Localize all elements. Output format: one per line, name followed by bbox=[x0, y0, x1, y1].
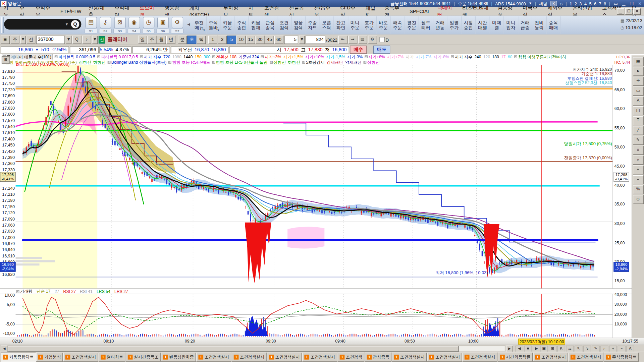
chart-type-button[interactable]: 초 bbox=[187, 36, 196, 44]
quick-menu-button[interactable]: 관심 종목 bbox=[263, 16, 277, 34]
mdi-minimize-button[interactable]: ▁ bbox=[617, 8, 624, 15]
quick-menu-button[interactable]: 주식 종합 bbox=[235, 16, 249, 34]
indicator-token[interactable]: ■ 5초봉강세 bbox=[302, 60, 325, 65]
chevron-down-icon[interactable]: ▼ bbox=[299, 36, 305, 44]
screen-tab[interactable]: 1 조건검색실시 bbox=[63, 353, 98, 362]
indicator-token[interactable]: 17 bbox=[501, 55, 506, 59]
chart-tool-icon[interactable]: ⊞ bbox=[549, 346, 556, 352]
playback-button[interactable]: ■ bbox=[524, 346, 532, 352]
quick-menu-button[interactable]: 거래 급증 bbox=[518, 16, 532, 34]
quick-menu-button[interactable]: 거래 변동 bbox=[433, 16, 447, 34]
right-tool-button[interactable]: T bbox=[633, 116, 643, 125]
period-button[interactable]: 주 bbox=[148, 36, 157, 44]
screen-tab[interactable]: 1 조건검색실시 bbox=[302, 353, 337, 362]
chart-tool-icon[interactable]: A bbox=[626, 346, 634, 352]
quick-menu-button[interactable]: 종목 매매 bbox=[546, 16, 560, 34]
screen-tab[interactable]: 1 주식종합차트 bbox=[604, 353, 639, 362]
quick-menu-button[interactable]: 펼친 주문 bbox=[405, 16, 419, 34]
chevron-down-icon[interactable]: ▼ bbox=[20, 36, 26, 44]
save-chart-icon[interactable]: ▤ bbox=[358, 36, 367, 44]
chevron-down-icon[interactable]: ▼ bbox=[92, 36, 98, 44]
indicator-token[interactable]: 1080 bbox=[172, 55, 181, 59]
indicator-token[interactable]: ■ 저가 지수 bbox=[140, 54, 161, 60]
bar-position-input[interactable]: 824 bbox=[306, 36, 325, 44]
legend-token[interactable]: RSI 41 bbox=[80, 289, 92, 294]
quick-menu-button[interactable]: 추천 메뉴 ▼ bbox=[192, 16, 206, 34]
interval-button[interactable]: 15 bbox=[246, 36, 255, 44]
indicator-token[interactable]: 시가+1,5% bbox=[283, 54, 303, 60]
screen-tab[interactable]: 1 실시간종목조 bbox=[126, 353, 161, 362]
indicator-token[interactable]: 120 bbox=[483, 55, 490, 59]
screen-tab[interactable]: 1 조건검색 bbox=[338, 353, 365, 362]
stock-search-pill[interactable]: ▼ Q bbox=[4, 19, 81, 29]
indicator-token[interactable]: ■ 파라볼릭 0.0009,0.5 bbox=[55, 54, 95, 60]
chevron-down-icon[interactable]: ▼ bbox=[65, 22, 68, 26]
indicator-token[interactable]: ■ 전환선 108 bbox=[212, 54, 236, 60]
search-icon[interactable]: Q bbox=[71, 20, 79, 28]
screen-tab[interactable]: 1 조건검색실시 bbox=[569, 353, 603, 362]
indicator-token[interactable]: ■ 시가+8% bbox=[365, 54, 385, 60]
indicator-token[interactable]: 약세패턴 bbox=[345, 60, 362, 65]
screen-tab[interactable]: 1 키움종합차트 bbox=[1, 353, 36, 362]
custom-interval-select[interactable]: 5 bbox=[284, 36, 298, 44]
screen-tab[interactable]: 1 조건검색실시 bbox=[463, 353, 497, 362]
menu-item[interactable]: ETF/ELW bbox=[57, 8, 85, 14]
screen-tab[interactable]: 1 조건검색실시 bbox=[392, 353, 427, 362]
screen-tab[interactable]: 1 조건검색실시 bbox=[427, 353, 462, 362]
indicator-token[interactable]: 1440 bbox=[183, 55, 193, 59]
shortcut-icon[interactable]: ⚙ bbox=[171, 17, 183, 28]
scroll-left-button[interactable]: ◀ bbox=[1, 346, 8, 352]
prev-stock-button[interactable]: 전 bbox=[27, 36, 36, 44]
right-tool-button[interactable]: ＋ bbox=[633, 165, 643, 174]
right-tool-button[interactable]: ▭ bbox=[633, 86, 643, 96]
speaker-icon[interactable]: ♪ bbox=[82, 36, 91, 44]
screen-tab[interactable]: 1 시간외등락률 bbox=[498, 353, 533, 362]
interval-button[interactable]: 60 bbox=[274, 36, 283, 44]
candle-left-icon[interactable]: ⇤ bbox=[338, 36, 347, 44]
quick-menu-button[interactable]: 전비 등락 bbox=[532, 16, 546, 34]
indicator-token[interactable]: 300 bbox=[204, 55, 210, 59]
indicator-token[interactable]: 시가-3% bbox=[347, 54, 363, 60]
legend-token[interactable]: RSI 27 bbox=[63, 289, 76, 294]
scroll-right-button[interactable]: ▶ bbox=[506, 346, 513, 352]
legend-token[interactable]: ■ 거래량 bbox=[16, 289, 33, 294]
chart-tool-icon[interactable]: ↖ bbox=[575, 346, 582, 352]
indicator-token[interactable]: 시가-8% bbox=[433, 54, 449, 60]
playback-button[interactable]: ▶ bbox=[533, 346, 540, 352]
right-tool-button[interactable]: ✛ bbox=[633, 77, 643, 86]
sell-button[interactable]: 매도 bbox=[373, 46, 390, 54]
chevron-down-icon[interactable]: ▼ bbox=[66, 36, 71, 44]
sub-chart[interactable]: 10,005,00-5,00-10,00 40,00030,00020,0001… bbox=[0, 294, 644, 338]
interval-button[interactable]: 3 bbox=[218, 36, 227, 44]
toolbar-grip[interactable] bbox=[1, 17, 4, 33]
legend-token[interactable]: LRS 27 bbox=[114, 289, 128, 294]
quick-menu-button[interactable]: 월드 티커 bbox=[419, 16, 433, 34]
right-tool-button[interactable]: ◫ bbox=[633, 106, 643, 115]
indicator-token[interactable]: 180 bbox=[492, 55, 499, 59]
quick-menu-button[interactable]: 주식 툴바 ▼ bbox=[206, 16, 220, 34]
indicator-token[interactable]: 시가-7% bbox=[416, 54, 431, 60]
right-tool-button[interactable]: ✎ bbox=[633, 136, 643, 145]
d-checkbox[interactable] bbox=[379, 37, 385, 42]
indicator-token[interactable]: ■ 파라볼릭 0.0017,0.5 bbox=[97, 54, 138, 60]
indicator-token[interactable]: 하한선 bbox=[288, 60, 300, 65]
candle-right-icon[interactable]: ⇥ bbox=[348, 36, 357, 44]
indicator-token[interactable]: 하한선 bbox=[93, 60, 106, 65]
indicator-token[interactable]: ■ 힘힘 초봉 RSI과매도 bbox=[169, 60, 210, 65]
asset-mode-select[interactable]: 주 bbox=[11, 36, 19, 44]
quick-menu-button[interactable]: 오픈 스탁 bbox=[320, 16, 334, 34]
shortcut-icon[interactable]: ◷ bbox=[143, 17, 154, 28]
quick-menu-button[interactable]: 조건 검색 bbox=[277, 16, 291, 34]
indicator-token[interactable]: ■ 힘힘 초봉 LRS 0선돌파 눌림 bbox=[212, 60, 268, 65]
screen-tab[interactable]: 1 조건검색실시 bbox=[232, 353, 267, 362]
right-tool-button[interactable]: ⊙ bbox=[633, 195, 643, 204]
right-tool-button[interactable]: ➤ bbox=[633, 67, 643, 76]
screen-tab[interactable]: 1 조건검색실시 bbox=[196, 353, 231, 362]
indicator-token[interactable]: 기준선 324 bbox=[238, 54, 259, 60]
indicator-token[interactable]: 시가-1,5% bbox=[326, 54, 345, 60]
indicator-token[interactable]: ■ 상한선 bbox=[364, 60, 380, 65]
right-tool-button[interactable]: ⌕ bbox=[633, 156, 643, 165]
mdi-close-button[interactable]: ✕ bbox=[633, 8, 641, 15]
chart-tool-icon[interactable]: K bbox=[557, 346, 565, 352]
quick-menu-button[interactable]: 시간 대별 bbox=[476, 16, 490, 34]
